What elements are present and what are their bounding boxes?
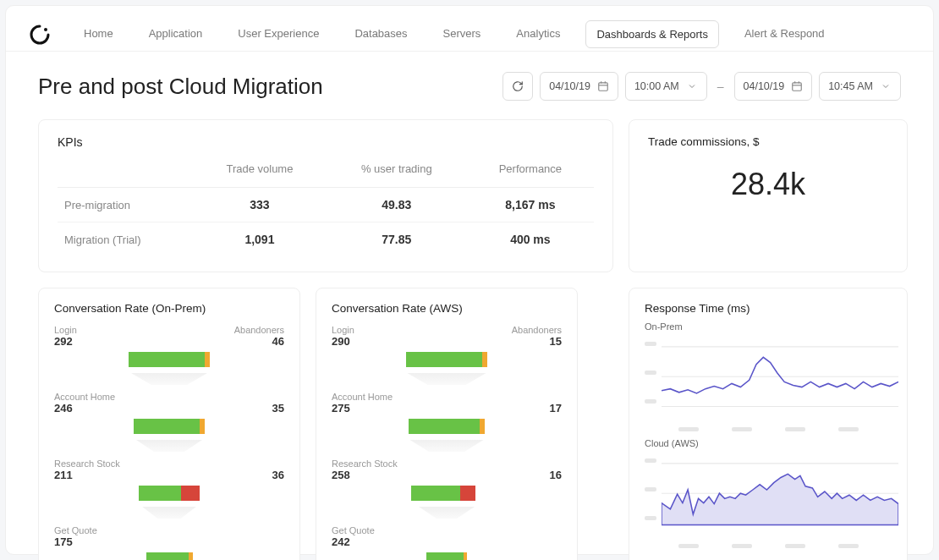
nav-servers[interactable]: Servers	[433, 20, 491, 48]
funnel-stage-count: 211	[54, 469, 73, 481]
axis-tick	[785, 427, 805, 431]
kpis-col-pct-trading: % user trading	[327, 159, 467, 188]
funnel-aws-card: Conversation Rate (AWS) LoginAbandoners …	[316, 288, 578, 560]
axis-tick	[678, 427, 699, 431]
funnel-title: Conversation Rate (On-Prem)	[54, 302, 284, 315]
start-date-input[interactable]: 04/10/19	[540, 72, 618, 101]
topbar: Home Application User Experience Databas…	[6, 6, 933, 52]
axis-tick	[645, 371, 656, 375]
refresh-button[interactable]	[502, 72, 533, 101]
funnel-bar	[426, 552, 467, 560]
kpis-trade-volume: 1,091	[193, 222, 327, 257]
svg-rect-1	[599, 83, 608, 91]
funnel-stage: Research Stock 25816	[332, 458, 562, 519]
start-time-value: 10:00 AM	[634, 80, 679, 92]
funnel-stage: LoginAbandoners 29015	[332, 325, 562, 385]
funnel-transition	[142, 507, 196, 519]
axis-tick	[838, 544, 859, 548]
funnel-stage-label: Get Quote	[54, 525, 97, 535]
axis-tick	[645, 342, 656, 346]
main-nav: Home Application User Experience Databas…	[74, 20, 835, 48]
funnel-stage-label: Login	[54, 325, 77, 335]
nav-databases[interactable]: Databases	[344, 20, 417, 48]
funnel-stage-abandoners: 15	[550, 335, 562, 348]
axis-tick	[785, 544, 805, 548]
funnel-stage-abandoners: 17	[550, 402, 562, 415]
response-series-label: Cloud (AWS)	[645, 438, 892, 448]
funnel-abandoners-label: Abandoners	[512, 325, 562, 335]
kpis-performance: 400 ms	[467, 222, 594, 257]
funnel-stage-label: Research Stock	[332, 458, 398, 469]
axis-tick	[645, 458, 656, 463]
funnel-stage-abandoners: 46	[272, 335, 284, 348]
date-toolbar: 04/10/19 10:00 AM – 04/10/19 10:45 AM	[502, 72, 901, 101]
funnel-stage: LoginAbandoners 29246	[54, 325, 284, 385]
funnel-transition	[419, 507, 475, 519]
axis-tick	[645, 487, 656, 491]
kpis-table: Trade volume % user trading Performance …	[58, 159, 594, 256]
kpis-pct-trading: 49.83	[327, 188, 467, 222]
funnel-stage-label: Login	[332, 325, 354, 335]
start-date-value: 04/10/19	[549, 80, 590, 92]
response-time-title: Response Time (ms)	[645, 302, 892, 315]
calendar-icon	[791, 80, 803, 92]
commissions-value: 28.4k	[648, 162, 888, 217]
sparkline-onprem	[662, 335, 898, 411]
funnel-bar	[139, 486, 200, 501]
axis-tick	[732, 544, 752, 548]
commissions-card: Trade commissions, $ 28.4k	[629, 119, 908, 272]
nav-analytics[interactable]: Analytics	[506, 20, 570, 48]
table-row: Pre-migration 333 49.83 8,167 ms	[58, 188, 594, 222]
svg-point-0	[44, 28, 47, 31]
funnel-stage-count: 246	[54, 402, 73, 415]
funnel-stage: Research Stock 21136	[54, 458, 284, 519]
axis-tick	[732, 427, 752, 431]
response-cloud-section: Cloud (AWS)	[645, 438, 892, 548]
funnel-bar	[411, 486, 482, 501]
funnel-bar	[134, 419, 205, 434]
axis-tick	[645, 399, 656, 404]
nav-user-experience[interactable]: User Experience	[228, 20, 329, 48]
funnel-stage-abandoners: 35	[272, 402, 284, 415]
funnel-stage: Account Home 24635	[54, 392, 284, 452]
funnel-abandoners-label: Abandoners	[234, 325, 284, 335]
response-time-card: Response Time (ms) On-Prem	[629, 288, 908, 560]
axis-tick	[678, 544, 699, 548]
response-series-label: On-Prem	[645, 321, 892, 332]
nav-alert-respond[interactable]: Alert & Respond	[734, 20, 835, 48]
funnel-transition	[410, 440, 484, 452]
nav-application[interactable]: Application	[139, 20, 213, 48]
funnel-stage-count: 275	[332, 402, 350, 415]
funnel-transition	[408, 373, 486, 385]
kpis-pct-trading: 77.85	[327, 222, 467, 257]
end-date-input[interactable]: 04/10/19	[734, 72, 813, 101]
date-range-separator: –	[714, 80, 728, 93]
funnel-stage-label: Get Quote	[332, 525, 375, 535]
funnel-stage-count: 175	[54, 535, 73, 548]
funnel-transition	[131, 373, 207, 385]
funnel-bar	[409, 419, 485, 434]
funnel-stage: Get Quote 175	[54, 525, 284, 560]
kpis-row-label: Pre-migration	[58, 188, 193, 222]
funnel-bar	[146, 552, 193, 560]
nav-home[interactable]: Home	[74, 20, 124, 48]
kpis-row-label: Migration (Trial)	[58, 222, 193, 257]
start-time-input[interactable]: 10:00 AM	[625, 72, 707, 101]
funnel-title: Conversation Rate (AWS)	[332, 302, 562, 315]
axis-ticks-row	[645, 427, 892, 431]
page-title: Pre and post Cloud Migration	[38, 74, 323, 100]
end-date-value: 04/10/19	[744, 80, 785, 92]
funnel-stage-abandoners: 16	[550, 469, 562, 481]
funnel-stage-label: Research Stock	[54, 458, 120, 469]
response-onprem-section: On-Prem	[645, 321, 892, 431]
sparkline-cloud	[662, 452, 898, 528]
nav-dashboards-reports[interactable]: Dashboards & Reports	[585, 20, 719, 48]
axis-tick	[838, 427, 859, 431]
funnel-transition	[136, 440, 202, 452]
funnel-stage-count: 242	[332, 535, 350, 548]
commissions-title: Trade commissions, $	[648, 135, 888, 148]
refresh-icon	[512, 80, 524, 92]
end-time-input[interactable]: 10:45 AM	[819, 72, 901, 101]
axis-ticks-row	[645, 544, 892, 548]
calendar-icon	[597, 80, 609, 92]
